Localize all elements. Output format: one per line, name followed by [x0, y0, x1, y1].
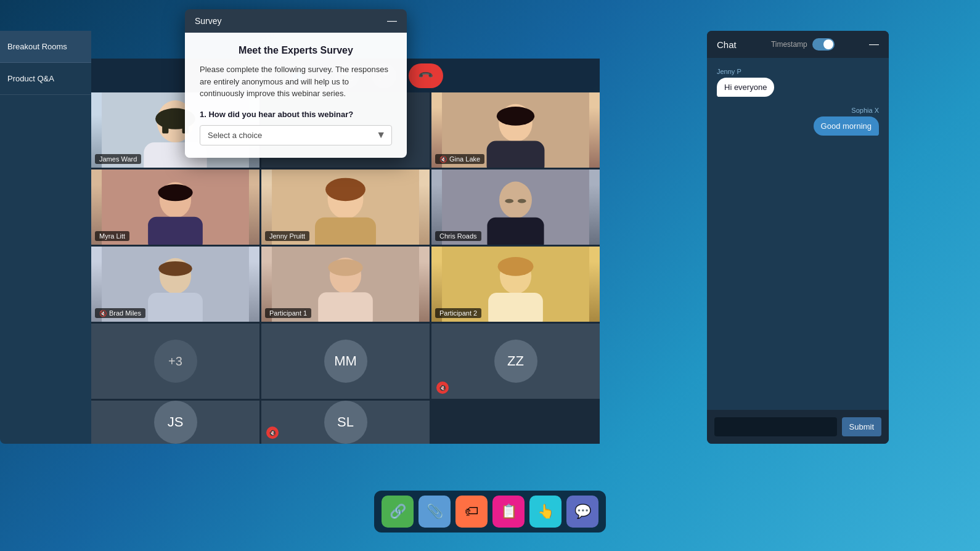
video-cell-myra-litt: Myra Litt — [91, 169, 259, 245]
svg-rect-12 — [148, 217, 203, 245]
chat-bubble-good-morning: Good morning — [814, 116, 879, 136]
link-button[interactable]: 🔗 — [382, 496, 414, 528]
participant-1-label: Participant 1 — [265, 308, 311, 318]
avatar-cell-zz: ZZ 🔇 — [431, 324, 600, 399]
mute-indicator-zz: 🔇 — [436, 382, 449, 394]
sidebar-item-product-qa[interactable]: Product Q&A — [0, 63, 91, 95]
video-cell-chris-roads: Chris Roads — [431, 169, 600, 245]
clip-icon: 📎 — [427, 504, 443, 520]
end-call-button[interactable]: 📞 — [409, 63, 443, 88]
svg-point-26 — [158, 261, 192, 276]
jenny-pruitt-label: Jenny Pruitt — [265, 231, 309, 241]
gina-lake-label: 🔇 Gina Lake — [435, 154, 484, 164]
mute-indicator-sl: 🔇 — [266, 427, 279, 439]
avatar-cell-sl: SL 🔇 — [261, 401, 430, 444]
video-cell-brad-miles: 🔇 Brad Miles — [91, 247, 259, 322]
sidebar-label-product-qa: Product Q&A — [7, 74, 54, 83]
clip-button[interactable]: 📎 — [419, 496, 451, 528]
video-cell-participant-2: Participant 2 — [431, 247, 600, 322]
chat-title: Chat — [717, 39, 737, 50]
avatar-plus-icon: +3 — [154, 340, 197, 383]
survey-select-choice[interactable]: Select a choice Social Media Email Newsl… — [200, 125, 392, 145]
chat-bottom-button[interactable]: 💬 — [566, 496, 598, 528]
survey-header: Survey — — [185, 9, 407, 33]
chat-bubble-hi-everyone: Hi everyone — [717, 78, 774, 97]
survey-body: Meet the Experts Survey Please complete … — [185, 33, 407, 158]
survey-title: Meet the Experts Survey — [200, 45, 392, 56]
myra-litt-label: Myra Litt — [95, 231, 129, 241]
chat-sender-sophia: Sophia X — [851, 107, 879, 114]
chat-timestamp-area: Timestamp — [771, 38, 835, 51]
video-cell-jenny-pruitt: Jenny Pruitt — [261, 169, 430, 245]
survey-panel: Survey — Meet the Experts Survey Please … — [185, 9, 407, 158]
svg-rect-33 — [488, 293, 543, 322]
chat-input-area: Submit — [707, 410, 889, 444]
sidebar-item-breakout-rooms[interactable]: Breakout Rooms — [0, 31, 91, 63]
chat-sender-jenny: Jenny P — [717, 68, 879, 75]
survey-question-1: 1. How did you hear about this webinar? — [200, 110, 392, 119]
touch-icon: 👆 — [537, 504, 554, 520]
grid-button[interactable]: 📋 — [492, 496, 525, 528]
avatar-cell-js: JS — [91, 401, 259, 444]
video-cell-gina-lake: 🔇 Gina Lake — [431, 92, 600, 168]
james-ward-label: James Ward — [95, 154, 141, 164]
survey-select-wrapper: Select a choice Social Media Email Newsl… — [200, 125, 392, 145]
avatar-zz-icon: ZZ — [494, 340, 537, 383]
svg-rect-16 — [315, 218, 376, 245]
svg-rect-25 — [148, 293, 203, 322]
svg-point-34 — [497, 257, 533, 276]
svg-rect-4 — [162, 125, 168, 134]
end-call-icon: 📞 — [417, 67, 435, 84]
brad-miles-label: 🔇 Brad Miles — [95, 308, 145, 318]
survey-description: Please complete the following survey. Th… — [200, 63, 392, 100]
avatar-cell-plus-more: +3 — [91, 324, 259, 399]
bookmark-icon: 🏷 — [465, 504, 478, 520]
video-cell-participant-1: Participant 1 — [261, 247, 430, 322]
survey-minimize-button[interactable]: — — [387, 15, 397, 27]
svg-point-17 — [325, 178, 365, 202]
survey-window-title: Survey — [195, 16, 222, 26]
svg-point-9 — [497, 107, 534, 126]
svg-point-19 — [499, 182, 532, 219]
svg-point-21 — [505, 199, 513, 203]
bottom-toolbar: 🔗 📎 🏷 📋 👆 💬 — [374, 491, 606, 533]
svg-point-22 — [518, 199, 526, 203]
sidebar: Breakout Rooms Product Q&A — [0, 31, 91, 444]
svg-point-30 — [328, 259, 362, 276]
bookmark-button[interactable]: 🏷 — [455, 496, 488, 528]
avatar-mm-icon: MM — [324, 340, 367, 383]
touch-button[interactable]: 👆 — [529, 496, 561, 528]
chat-panel: Chat Timestamp — Jenny P Hi everyone Sop… — [707, 31, 889, 444]
mute-icon-brad: 🔇 — [99, 310, 107, 317]
chat-message-sophia: Sophia X Good morning — [717, 107, 879, 136]
chat-submit-button[interactable]: Submit — [842, 417, 881, 436]
avatar-sl-icon: SL — [324, 401, 367, 444]
timestamp-label: Timestamp — [771, 40, 807, 49]
link-icon: 🔗 — [390, 504, 406, 520]
mute-icon-gina: 🔇 — [439, 156, 447, 163]
chat-messages-area: Jenny P Hi everyone Sophia X Good mornin… — [707, 58, 889, 410]
svg-rect-8 — [487, 141, 545, 168]
chat-input[interactable] — [714, 417, 837, 436]
avatar-js-icon: JS — [154, 401, 197, 444]
svg-point-13 — [158, 184, 192, 201]
participant-2-label: Participant 2 — [435, 308, 481, 318]
svg-rect-20 — [487, 218, 544, 245]
chat-minimize-button[interactable]: — — [869, 39, 879, 50]
chris-roads-label: Chris Roads — [435, 231, 481, 241]
timestamp-toggle[interactable] — [812, 38, 835, 51]
sidebar-label-breakout: Breakout Rooms — [7, 42, 67, 51]
chat-icon: 💬 — [574, 504, 591, 520]
grid-icon: 📋 — [500, 504, 517, 520]
avatar-cell-mm: MM — [261, 324, 430, 399]
chat-message-jenny: Jenny P Hi everyone — [717, 68, 879, 97]
svg-rect-29 — [318, 292, 373, 322]
chat-header: Chat Timestamp — — [707, 31, 889, 58]
